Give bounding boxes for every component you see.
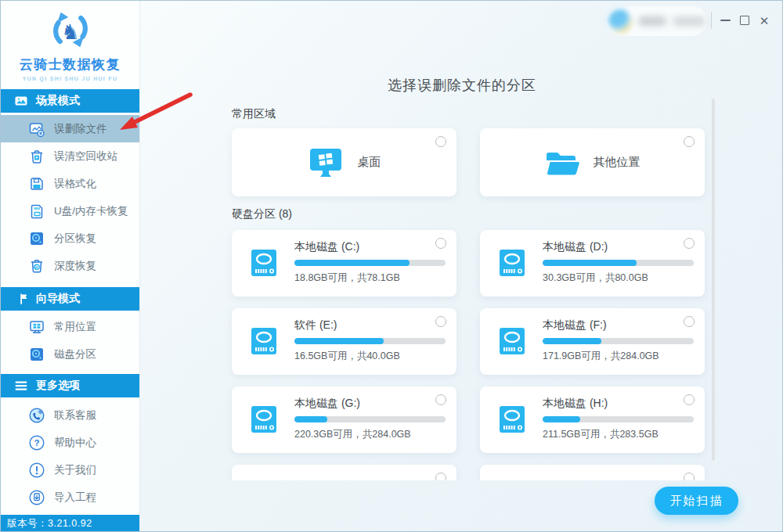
monitor-icon bbox=[28, 318, 45, 336]
common-card-other-location[interactable]: 其他位置 bbox=[480, 128, 705, 196]
partition-name: 本地磁盘 (C:) bbox=[294, 240, 359, 254]
account-text-blurred bbox=[638, 16, 666, 26]
partition-radio[interactable] bbox=[684, 394, 695, 405]
partition-radio[interactable] bbox=[684, 238, 695, 249]
open-folder-icon bbox=[545, 149, 579, 176]
file-delete-icon bbox=[28, 120, 45, 138]
sidebar-item-label: 误删除文件 bbox=[54, 122, 107, 136]
partition-usage-fill bbox=[543, 416, 580, 422]
other-location-radio[interactable] bbox=[684, 136, 695, 147]
sidebar-item-import-project[interactable]: 导入工程 bbox=[1, 483, 139, 511]
partition-size-info: 30.3GB可用，共80.0GB bbox=[543, 271, 648, 285]
app-title: 云骑士数据恢复 bbox=[1, 56, 139, 74]
partition-name: 本地磁盘 (G:) bbox=[294, 397, 360, 411]
start-scan-button[interactable]: 开始扫描 bbox=[655, 487, 738, 515]
partition-size-info: 18.8GB可用，共78.1GB bbox=[294, 271, 400, 285]
sidebar-item-emptied-recycle-bin[interactable]: 误清空回收站 bbox=[1, 142, 139, 170]
partition-card-partial[interactable] bbox=[480, 465, 705, 480]
partitions-label: 硬盘分区 (8) bbox=[232, 207, 292, 221]
main-panel: ✕ 选择误删除文件的分区 常用区域 桌面 其他位置 硬盘分区 (8) bbox=[140, 1, 783, 532]
disk-partition-icon bbox=[28, 230, 45, 247]
partition-card-d[interactable]: 本地磁盘 (D:) 30.3GB可用，共80.0GB bbox=[480, 230, 705, 297]
partition-card-g[interactable]: 本地磁盘 (G:) 220.3GB可用，共284.0GB bbox=[232, 386, 456, 453]
partition-usage-fill bbox=[294, 416, 327, 422]
titlebar-divider bbox=[711, 12, 712, 29]
section-header-label: 更多选项 bbox=[36, 379, 80, 393]
app-subtitle: YUN QI SHI SHU JU HUI FU bbox=[1, 76, 139, 81]
partition-radio[interactable] bbox=[435, 238, 446, 249]
partition-usage-bar bbox=[294, 260, 446, 266]
recycle-bin-icon bbox=[28, 148, 45, 165]
section-header-scene-mode: 场景模式 bbox=[1, 89, 139, 113]
sidebar-item-label: U盘/内存卡恢复 bbox=[54, 204, 128, 218]
maximize-button[interactable] bbox=[735, 11, 754, 30]
minimize-button[interactable] bbox=[716, 11, 734, 30]
partition-card-h[interactable]: 本地磁盘 (H:) 211.5GB可用，共283.5GB bbox=[480, 386, 705, 453]
partition-usage-fill bbox=[294, 338, 384, 344]
sidebar-item-label: 误清空回收站 bbox=[54, 149, 117, 164]
partition-size-info: 211.5GB可用，共283.5GB bbox=[543, 428, 659, 441]
floppy-format-icon bbox=[28, 175, 45, 192]
signpost-icon bbox=[14, 292, 28, 306]
exclamation-icon bbox=[28, 462, 45, 479]
partition-size-info: 171.9GB可用，共284.0GB bbox=[543, 350, 659, 363]
partition-size-info: 220.3GB可用，共284.0GB bbox=[294, 428, 411, 441]
sidebar-item-label: 导入工程 bbox=[54, 491, 96, 505]
common-card-label: 其他位置 bbox=[594, 155, 640, 170]
partition-radio[interactable] bbox=[684, 316, 695, 327]
account-text-blurred bbox=[673, 16, 705, 26]
sidebar-item-label: 误格式化 bbox=[54, 177, 96, 191]
partition-card-c[interactable]: 本地磁盘 (C:) 18.8GB可用，共78.1GB bbox=[232, 230, 456, 297]
partition-usage-bar bbox=[543, 260, 694, 266]
import-icon bbox=[28, 489, 45, 506]
account-badge[interactable] bbox=[605, 6, 707, 36]
sidebar-item-formatted[interactable]: 误格式化 bbox=[1, 170, 139, 197]
partition-usage-fill bbox=[294, 260, 410, 266]
sidebar-item-label: 联系客服 bbox=[54, 408, 96, 422]
sidebar-item-about-us[interactable]: 关于我们 bbox=[1, 456, 139, 483]
sidebar-item-usb-sd-recovery[interactable]: U盘/内存卡恢复 bbox=[1, 197, 139, 225]
question-icon bbox=[28, 434, 45, 451]
partition-card-e[interactable]: 软件 (E:) 16.5GB可用，共40.0GB bbox=[232, 308, 456, 375]
partition-name: 本地磁盘 (H:) bbox=[543, 397, 608, 411]
partition-usage-bar bbox=[294, 416, 446, 422]
sidebar-item-deep-recovery[interactable]: 深度恢复 bbox=[1, 252, 139, 279]
knight-icon: ♞ bbox=[61, 20, 80, 44]
app-logo: ♞ 云骑士数据恢复 YUN QI SHI SHU JU HUI FU bbox=[1, 1, 139, 89]
partition-radio[interactable] bbox=[435, 473, 446, 480]
partition-card-f[interactable]: 本地磁盘 (F:) 171.9GB可用，共284.0GB bbox=[480, 308, 705, 375]
section-header-wizard-mode: 向导模式 bbox=[1, 287, 139, 311]
partition-name: 软件 (E:) bbox=[294, 318, 337, 332]
partition-name: 本地磁盘 (D:) bbox=[543, 240, 608, 254]
sidebar: ♞ 云骑士数据恢复 YUN QI SHI SHU JU HUI FU 场景模式 … bbox=[1, 1, 140, 532]
partition-card-partial[interactable] bbox=[232, 465, 456, 480]
partition-radio[interactable] bbox=[684, 473, 695, 480]
close-button[interactable]: ✕ bbox=[755, 11, 774, 30]
partition-radio[interactable] bbox=[435, 394, 446, 405]
app-window: ♞ 云骑士数据恢复 YUN QI SHI SHU JU HUI FU 场景模式 … bbox=[0, 0, 783, 532]
sidebar-item-label: 关于我们 bbox=[54, 463, 96, 477]
sidebar-item-help-center[interactable]: 帮助中心 bbox=[1, 429, 139, 456]
page-title: 选择误删除文件的分区 bbox=[140, 76, 783, 95]
account-avatar bbox=[608, 9, 632, 33]
close-icon: ✕ bbox=[760, 15, 770, 27]
maximize-icon bbox=[740, 16, 749, 25]
section-header-more-options: 更多选项 bbox=[1, 374, 139, 397]
scrollbar[interactable] bbox=[712, 99, 715, 461]
sidebar-item-label: 分区恢复 bbox=[54, 232, 96, 246]
partition-size-info: 16.5GB可用，共40.0GB bbox=[294, 350, 400, 363]
version-label: 版本号：3.21.0.92 bbox=[1, 515, 139, 532]
hard-drive-icon bbox=[497, 403, 527, 436]
desktop-radio[interactable] bbox=[435, 136, 446, 147]
partition-radio[interactable] bbox=[435, 316, 446, 327]
menu-icon bbox=[14, 379, 28, 393]
sidebar-item-common-locations[interactable]: 常用位置 bbox=[1, 313, 139, 340]
sidebar-item-deleted-files[interactable]: 误删除文件 bbox=[1, 115, 139, 142]
partition-usage-bar bbox=[294, 338, 446, 344]
sidebar-item-partition-recovery[interactable]: 分区恢复 bbox=[1, 225, 139, 252]
sidebar-item-contact-support[interactable]: 联系客服 bbox=[1, 401, 139, 429]
sidebar-item-disk-partitions[interactable]: 磁盘分区 bbox=[1, 340, 139, 368]
sidebar-item-label: 帮助中心 bbox=[54, 436, 96, 450]
sidebar-item-label: 磁盘分区 bbox=[54, 347, 96, 361]
common-card-desktop[interactable]: 桌面 bbox=[232, 128, 456, 196]
